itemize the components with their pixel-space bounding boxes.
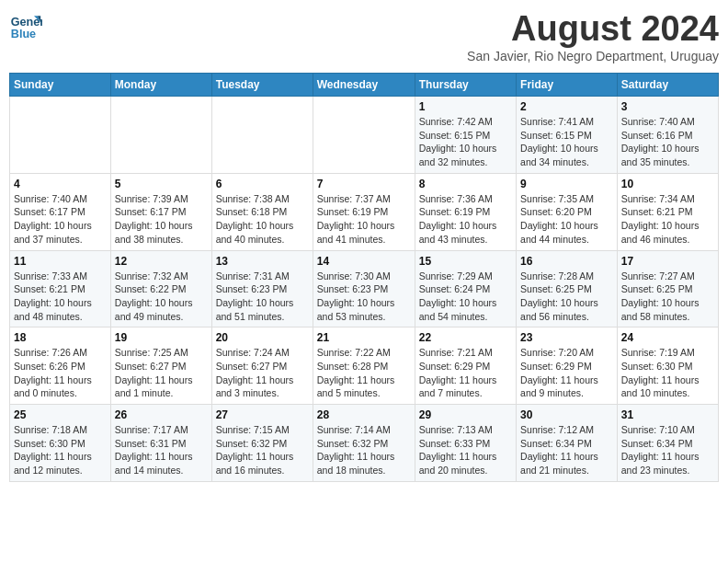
calendar-cell: 12Sunrise: 7:32 AM Sunset: 6:22 PM Dayli… <box>110 250 211 327</box>
day-detail: Sunrise: 7:35 AM Sunset: 6:20 PM Dayligh… <box>520 192 613 247</box>
calendar-cell: 25Sunrise: 7:18 AM Sunset: 6:30 PM Dayli… <box>10 405 111 482</box>
column-header-wednesday: Wednesday <box>313 74 415 97</box>
calendar-week-4: 18Sunrise: 7:26 AM Sunset: 6:26 PM Dayli… <box>10 327 719 405</box>
calendar-cell: 28Sunrise: 7:14 AM Sunset: 6:32 PM Dayli… <box>313 405 415 482</box>
title-block: August 2024 San Javier, Rio Negro Depart… <box>467 9 719 69</box>
calendar-week-5: 25Sunrise: 7:18 AM Sunset: 6:30 PM Dayli… <box>10 405 719 482</box>
calendar-week-1: 1Sunrise: 7:42 AM Sunset: 6:15 PM Daylig… <box>10 97 719 174</box>
day-detail: Sunrise: 7:15 AM Sunset: 6:32 PM Dayligh… <box>216 423 309 477</box>
day-detail: Sunrise: 7:19 AM Sunset: 6:30 PM Dayligh… <box>621 346 714 400</box>
calendar-week-2: 4Sunrise: 7:40 AM Sunset: 6:17 PM Daylig… <box>10 173 719 250</box>
calendar-cell: 17Sunrise: 7:27 AM Sunset: 6:25 PM Dayli… <box>617 250 718 327</box>
day-detail: Sunrise: 7:20 AM Sunset: 6:29 PM Dayligh… <box>520 346 613 400</box>
calendar-cell: 2Sunrise: 7:41 AM Sunset: 6:15 PM Daylig… <box>517 97 618 174</box>
day-number: 1 <box>419 100 512 113</box>
day-detail: Sunrise: 7:24 AM Sunset: 6:27 PM Dayligh… <box>216 346 309 400</box>
day-detail: Sunrise: 7:26 AM Sunset: 6:26 PM Dayligh… <box>14 346 107 400</box>
calendar-week-3: 11Sunrise: 7:33 AM Sunset: 6:21 PM Dayli… <box>10 250 719 327</box>
day-number: 25 <box>14 408 107 421</box>
calendar-header-row: SundayMondayTuesdayWednesdayThursdayFrid… <box>10 74 719 97</box>
day-number: 15 <box>419 255 512 268</box>
calendar-cell: 7Sunrise: 7:37 AM Sunset: 6:19 PM Daylig… <box>313 173 415 250</box>
day-detail: Sunrise: 7:12 AM Sunset: 6:34 PM Dayligh… <box>520 423 613 477</box>
calendar-table: SundayMondayTuesdayWednesdayThursdayFrid… <box>9 73 719 482</box>
svg-text:Blue: Blue <box>11 28 36 40</box>
calendar-cell: 23Sunrise: 7:20 AM Sunset: 6:29 PM Dayli… <box>517 327 618 405</box>
day-number: 5 <box>115 178 208 190</box>
day-number: 4 <box>14 178 107 190</box>
day-number: 21 <box>317 331 411 344</box>
logo: General Blue <box>9 9 42 42</box>
logo-icon: General Blue <box>9 9 42 42</box>
day-detail: Sunrise: 7:40 AM Sunset: 6:17 PM Dayligh… <box>14 192 107 247</box>
day-number: 19 <box>115 331 208 344</box>
day-number: 7 <box>317 178 411 190</box>
day-number: 17 <box>621 255 714 268</box>
day-number: 16 <box>520 255 613 268</box>
calendar-cell: 8Sunrise: 7:36 AM Sunset: 6:19 PM Daylig… <box>415 173 516 250</box>
calendar-cell: 22Sunrise: 7:21 AM Sunset: 6:29 PM Dayli… <box>415 327 516 405</box>
day-number: 8 <box>419 178 512 190</box>
day-number: 30 <box>520 408 613 421</box>
day-number: 13 <box>216 255 309 268</box>
day-number: 23 <box>520 331 613 344</box>
day-detail: Sunrise: 7:37 AM Sunset: 6:19 PM Dayligh… <box>317 192 411 247</box>
day-detail: Sunrise: 7:33 AM Sunset: 6:21 PM Dayligh… <box>14 270 107 324</box>
day-detail: Sunrise: 7:21 AM Sunset: 6:29 PM Dayligh… <box>419 346 512 400</box>
calendar-cell: 31Sunrise: 7:10 AM Sunset: 6:34 PM Dayli… <box>617 405 718 482</box>
day-number: 2 <box>520 100 613 113</box>
calendar-cell: 27Sunrise: 7:15 AM Sunset: 6:32 PM Dayli… <box>211 405 313 482</box>
calendar-cell: 5Sunrise: 7:39 AM Sunset: 6:17 PM Daylig… <box>110 173 211 250</box>
calendar-cell: 1Sunrise: 7:42 AM Sunset: 6:15 PM Daylig… <box>415 97 516 174</box>
calendar-cell: 6Sunrise: 7:38 AM Sunset: 6:18 PM Daylig… <box>211 173 313 250</box>
day-number: 9 <box>520 178 613 190</box>
calendar-cell: 20Sunrise: 7:24 AM Sunset: 6:27 PM Dayli… <box>211 327 313 405</box>
day-detail: Sunrise: 7:40 AM Sunset: 6:16 PM Dayligh… <box>621 115 714 169</box>
day-detail: Sunrise: 7:34 AM Sunset: 6:21 PM Dayligh… <box>621 192 714 247</box>
month-title: August 2024 <box>467 9 719 49</box>
day-number: 29 <box>419 408 512 421</box>
day-number: 3 <box>621 100 714 113</box>
calendar-cell: 19Sunrise: 7:25 AM Sunset: 6:27 PM Dayli… <box>110 327 211 405</box>
day-number: 12 <box>115 255 208 268</box>
calendar-cell: 15Sunrise: 7:29 AM Sunset: 6:24 PM Dayli… <box>415 250 516 327</box>
day-number: 10 <box>621 178 714 190</box>
calendar-cell <box>10 97 111 174</box>
day-number: 28 <box>317 408 411 421</box>
day-number: 27 <box>216 408 309 421</box>
day-number: 11 <box>14 255 107 268</box>
day-detail: Sunrise: 7:36 AM Sunset: 6:19 PM Dayligh… <box>419 192 512 247</box>
column-header-sunday: Sunday <box>10 74 111 97</box>
calendar-cell: 21Sunrise: 7:22 AM Sunset: 6:28 PM Dayli… <box>313 327 415 405</box>
calendar-cell: 30Sunrise: 7:12 AM Sunset: 6:34 PM Dayli… <box>517 405 618 482</box>
calendar-cell: 14Sunrise: 7:30 AM Sunset: 6:23 PM Dayli… <box>313 250 415 327</box>
calendar-cell: 24Sunrise: 7:19 AM Sunset: 6:30 PM Dayli… <box>617 327 718 405</box>
day-detail: Sunrise: 7:41 AM Sunset: 6:15 PM Dayligh… <box>520 115 613 169</box>
day-number: 20 <box>216 331 309 344</box>
calendar-cell <box>313 97 415 174</box>
day-detail: Sunrise: 7:29 AM Sunset: 6:24 PM Dayligh… <box>419 270 512 324</box>
day-number: 18 <box>14 331 107 344</box>
column-header-thursday: Thursday <box>415 74 516 97</box>
day-number: 26 <box>115 408 208 421</box>
day-number: 24 <box>621 331 714 344</box>
column-header-friday: Friday <box>517 74 618 97</box>
day-detail: Sunrise: 7:38 AM Sunset: 6:18 PM Dayligh… <box>216 192 309 247</box>
column-header-saturday: Saturday <box>617 74 718 97</box>
day-detail: Sunrise: 7:39 AM Sunset: 6:17 PM Dayligh… <box>115 192 208 247</box>
day-detail: Sunrise: 7:18 AM Sunset: 6:30 PM Dayligh… <box>14 423 107 477</box>
day-detail: Sunrise: 7:10 AM Sunset: 6:34 PM Dayligh… <box>621 423 714 477</box>
day-number: 31 <box>621 408 714 421</box>
calendar-cell: 3Sunrise: 7:40 AM Sunset: 6:16 PM Daylig… <box>617 97 718 174</box>
location-subtitle: San Javier, Rio Negro Department, Urugua… <box>467 49 719 63</box>
day-detail: Sunrise: 7:31 AM Sunset: 6:23 PM Dayligh… <box>216 270 309 324</box>
column-header-monday: Monday <box>110 74 211 97</box>
calendar-cell <box>110 97 211 174</box>
calendar-cell: 13Sunrise: 7:31 AM Sunset: 6:23 PM Dayli… <box>211 250 313 327</box>
day-detail: Sunrise: 7:28 AM Sunset: 6:25 PM Dayligh… <box>520 270 613 324</box>
day-detail: Sunrise: 7:13 AM Sunset: 6:33 PM Dayligh… <box>419 423 512 477</box>
calendar-cell: 26Sunrise: 7:17 AM Sunset: 6:31 PM Dayli… <box>110 405 211 482</box>
day-detail: Sunrise: 7:25 AM Sunset: 6:27 PM Dayligh… <box>115 346 208 400</box>
calendar-cell: 9Sunrise: 7:35 AM Sunset: 6:20 PM Daylig… <box>517 173 618 250</box>
calendar-cell: 10Sunrise: 7:34 AM Sunset: 6:21 PM Dayli… <box>617 173 718 250</box>
